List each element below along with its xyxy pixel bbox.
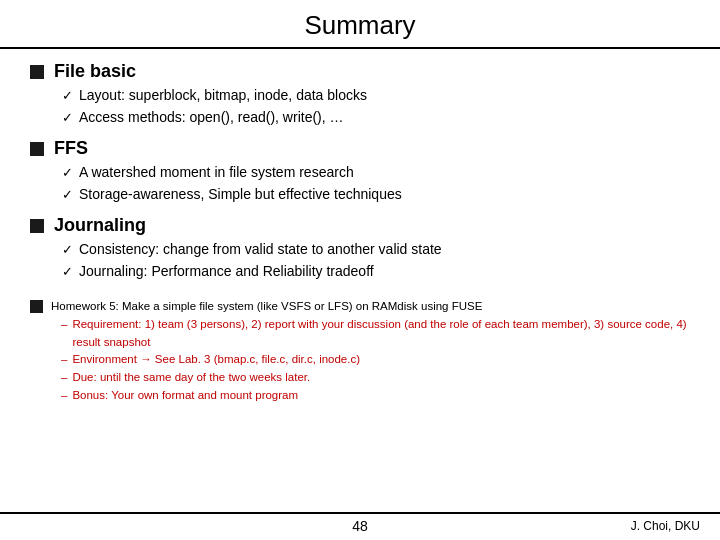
- item-text: Journaling: Performance and Reliability …: [79, 261, 374, 282]
- section-journaling: Journaling ✓ Consistency: change from va…: [30, 215, 690, 282]
- section-title-row-1: File basic: [30, 61, 690, 82]
- slide-footer: 48 J. Choi, DKU: [0, 512, 720, 540]
- slide-page: Summary File basic ✓ Layout: superblock,…: [0, 0, 720, 540]
- section-title-row-2: FFS: [30, 138, 690, 159]
- list-item: ✓ Journaling: Performance and Reliabilit…: [62, 261, 690, 282]
- section-file-basic: File basic ✓ Layout: superblock, bitmap,…: [30, 61, 690, 128]
- dash-icon: –: [61, 369, 67, 387]
- homework-section: Homework 5: Make a simple file system (l…: [30, 298, 690, 405]
- hw-item-text: Bonus: Your own format and mount program: [72, 387, 298, 405]
- section-ffs: FFS ✓ A watershed moment in file system …: [30, 138, 690, 205]
- list-item: ✓ A watershed moment in file system rese…: [62, 162, 690, 183]
- checkmark-icon: ✓: [62, 262, 73, 282]
- slide-title: Summary: [20, 10, 700, 41]
- checkmark-icon: ✓: [62, 108, 73, 128]
- item-text: Layout: superblock, bitmap, inode, data …: [79, 85, 367, 106]
- section-title-3: Journaling: [54, 215, 146, 236]
- list-item: – Bonus: Your own format and mount progr…: [61, 387, 690, 405]
- list-item: – Due: until the same day of the two wee…: [61, 369, 690, 387]
- list-item: ✓ Access methods: open(), read(), write(…: [62, 107, 690, 128]
- list-item: – Requirement: 1) team (3 persons), 2) r…: [61, 316, 690, 352]
- list-item: ✓ Consistency: change from valid state t…: [62, 239, 690, 260]
- hw-item-text: Environment → See Lab. 3 (bmap.c, file.c…: [72, 351, 360, 369]
- list-item: ✓ Layout: superblock, bitmap, inode, dat…: [62, 85, 690, 106]
- homework-dash-items: – Requirement: 1) team (3 persons), 2) r…: [61, 316, 690, 405]
- homework-main-text: Homework 5: Make a simple file system (l…: [51, 300, 482, 312]
- bullet-icon-1: [30, 65, 44, 79]
- checkmark-icon: ✓: [62, 185, 73, 205]
- hw-bullet-icon: [30, 300, 43, 313]
- list-item: ✓ Storage-awareness, Simple but effectiv…: [62, 184, 690, 205]
- checkmark-icon: ✓: [62, 163, 73, 183]
- section-title-row-3: Journaling: [30, 215, 690, 236]
- section-title-2: FFS: [54, 138, 88, 159]
- dash-icon: –: [61, 351, 67, 369]
- section-title-1: File basic: [54, 61, 136, 82]
- list-item: – Environment → See Lab. 3 (bmap.c, file…: [61, 351, 690, 369]
- homework-content: Homework 5: Make a simple file system (l…: [51, 298, 690, 405]
- page-number: 48: [352, 518, 368, 534]
- hw-item-text: Due: until the same day of the two weeks…: [72, 369, 310, 387]
- slide-header: Summary: [0, 0, 720, 49]
- slide-content: File basic ✓ Layout: superblock, bitmap,…: [0, 49, 720, 512]
- dash-icon: –: [61, 387, 67, 405]
- checkmark-icon: ✓: [62, 240, 73, 260]
- footer-credit: J. Choi, DKU: [631, 519, 700, 533]
- item-text: Consistency: change from valid state to …: [79, 239, 442, 260]
- bullet-icon-3: [30, 219, 44, 233]
- section-3-items: ✓ Consistency: change from valid state t…: [62, 239, 690, 282]
- item-text: Access methods: open(), read(), write(),…: [79, 107, 344, 128]
- item-text: Storage-awareness, Simple but effective …: [79, 184, 402, 205]
- bullet-icon-2: [30, 142, 44, 156]
- item-text: A watershed moment in file system resear…: [79, 162, 354, 183]
- checkmark-icon: ✓: [62, 86, 73, 106]
- section-2-items: ✓ A watershed moment in file system rese…: [62, 162, 690, 205]
- section-1-items: ✓ Layout: superblock, bitmap, inode, dat…: [62, 85, 690, 128]
- dash-icon: –: [61, 316, 67, 352]
- hw-item-text: Requirement: 1) team (3 persons), 2) rep…: [72, 316, 690, 352]
